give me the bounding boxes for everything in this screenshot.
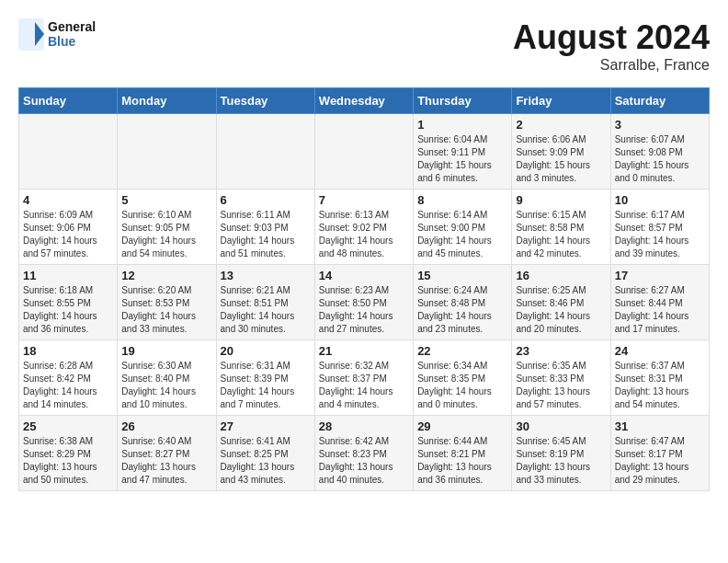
calendar-cell: 30Sunrise: 6:45 AM Sunset: 8:19 PM Dayli… [512,416,610,491]
day-info: Sunrise: 6:07 AM Sunset: 9:08 PM Dayligh… [615,133,705,185]
day-number: 21 [319,344,409,358]
day-number: 26 [121,419,211,433]
calendar-cell: 10Sunrise: 6:17 AM Sunset: 8:57 PM Dayli… [610,190,709,265]
day-number: 20 [221,344,311,358]
day-info: Sunrise: 6:34 AM Sunset: 8:35 PM Dayligh… [417,360,507,411]
day-number: 4 [23,193,113,207]
calendar-cell: 12Sunrise: 6:20 AM Sunset: 8:53 PM Dayli… [118,265,216,340]
col-wednesday: Wednesday [314,88,413,114]
day-number: 22 [417,344,507,358]
calendar-cell: 18Sunrise: 6:28 AM Sunset: 8:42 PM Dayli… [19,340,118,416]
calendar-week-row: 11Sunrise: 6:18 AM Sunset: 8:55 PM Dayli… [19,265,710,340]
col-tuesday: Tuesday [216,88,314,114]
header-row: Sunday Monday Tuesday Wednesday Thursday… [19,88,710,114]
day-info: Sunrise: 6:40 AM Sunset: 8:27 PM Dayligh… [121,435,211,487]
calendar-cell: 26Sunrise: 6:40 AM Sunset: 8:27 PM Dayli… [118,416,216,491]
day-number: 24 [615,344,705,358]
day-info: Sunrise: 6:30 AM Sunset: 8:40 PM Dayligh… [121,360,211,411]
day-info: Sunrise: 6:42 AM Sunset: 8:23 PM Dayligh… [319,435,409,487]
day-info: Sunrise: 6:31 AM Sunset: 8:39 PM Dayligh… [221,360,311,411]
day-info: Sunrise: 6:10 AM Sunset: 9:05 PM Dayligh… [121,209,211,260]
day-number: 14 [319,269,409,282]
calendar-cell: 14Sunrise: 6:23 AM Sunset: 8:50 PM Dayli… [314,265,413,340]
day-number: 29 [417,419,507,433]
calendar-cell [19,114,118,190]
calendar-header: Sunday Monday Tuesday Wednesday Thursday… [19,88,710,114]
calendar-cell [314,114,413,190]
day-number: 18 [23,344,113,358]
calendar-cell: 27Sunrise: 6:41 AM Sunset: 8:25 PM Dayli… [216,416,314,491]
col-monday: Monday [118,88,216,114]
day-info: Sunrise: 6:25 AM Sunset: 8:46 PM Dayligh… [516,284,606,336]
calendar-cell: 3Sunrise: 6:07 AM Sunset: 9:08 PM Daylig… [610,114,709,190]
col-thursday: Thursday [414,88,512,114]
calendar-cell: 21Sunrise: 6:32 AM Sunset: 8:37 PM Dayli… [314,340,413,416]
col-sunday: Sunday [19,88,118,114]
calendar-cell: 13Sunrise: 6:21 AM Sunset: 8:51 PM Dayli… [216,265,314,340]
day-info: Sunrise: 6:44 AM Sunset: 8:21 PM Dayligh… [417,435,507,487]
calendar-cell: 1Sunrise: 6:04 AM Sunset: 9:11 PM Daylig… [414,114,512,190]
day-info: Sunrise: 6:38 AM Sunset: 8:29 PM Dayligh… [23,435,113,487]
day-info: Sunrise: 6:32 AM Sunset: 8:37 PM Dayligh… [319,360,409,411]
calendar-cell: 11Sunrise: 6:18 AM Sunset: 8:55 PM Dayli… [19,265,118,340]
day-info: Sunrise: 6:27 AM Sunset: 8:44 PM Dayligh… [615,284,705,336]
day-number: 9 [516,193,606,207]
day-info: Sunrise: 6:09 AM Sunset: 9:06 PM Dayligh… [23,209,113,260]
calendar-cell: 28Sunrise: 6:42 AM Sunset: 8:23 PM Dayli… [314,416,413,491]
calendar-cell: 5Sunrise: 6:10 AM Sunset: 9:05 PM Daylig… [118,190,216,265]
calendar-cell: 19Sunrise: 6:30 AM Sunset: 8:40 PM Dayli… [118,340,216,416]
col-saturday: Saturday [610,88,709,114]
day-number: 6 [221,193,311,207]
calendar-body: 1Sunrise: 6:04 AM Sunset: 9:11 PM Daylig… [19,114,710,491]
calendar-cell: 25Sunrise: 6:38 AM Sunset: 8:29 PM Dayli… [19,416,118,491]
day-number: 25 [23,419,113,433]
day-number: 11 [23,269,113,282]
day-number: 12 [121,269,211,282]
day-number: 31 [615,419,705,433]
day-number: 3 [615,118,705,132]
calendar-cell: 4Sunrise: 6:09 AM Sunset: 9:06 PM Daylig… [19,190,118,265]
logo: General Blue [18,18,96,51]
day-number: 5 [121,193,211,207]
calendar-cell: 23Sunrise: 6:35 AM Sunset: 8:33 PM Dayli… [512,340,610,416]
day-info: Sunrise: 6:18 AM Sunset: 8:55 PM Dayligh… [23,284,113,336]
day-number: 28 [319,419,409,433]
calendar-cell: 8Sunrise: 6:14 AM Sunset: 9:00 PM Daylig… [414,190,512,265]
day-info: Sunrise: 6:41 AM Sunset: 8:25 PM Dayligh… [221,435,311,487]
day-number: 1 [417,118,507,132]
calendar-cell [118,114,216,190]
day-number: 19 [121,344,211,358]
day-info: Sunrise: 6:21 AM Sunset: 8:51 PM Dayligh… [221,284,311,336]
calendar-week-row: 4Sunrise: 6:09 AM Sunset: 9:06 PM Daylig… [19,190,710,265]
calendar-cell: 20Sunrise: 6:31 AM Sunset: 8:39 PM Dayli… [216,340,314,416]
calendar-cell: 2Sunrise: 6:06 AM Sunset: 9:09 PM Daylig… [512,114,610,190]
calendar-cell: 7Sunrise: 6:13 AM Sunset: 9:02 PM Daylig… [314,190,413,265]
day-info: Sunrise: 6:35 AM Sunset: 8:33 PM Dayligh… [516,360,606,411]
calendar-cell: 6Sunrise: 6:11 AM Sunset: 9:03 PM Daylig… [216,190,314,265]
calendar-cell: 17Sunrise: 6:27 AM Sunset: 8:44 PM Dayli… [610,265,709,340]
day-info: Sunrise: 6:23 AM Sunset: 8:50 PM Dayligh… [319,284,409,336]
day-number: 23 [516,344,606,358]
logo-general: General [48,20,96,34]
calendar-cell: 15Sunrise: 6:24 AM Sunset: 8:48 PM Dayli… [414,265,512,340]
calendar-cell: 9Sunrise: 6:15 AM Sunset: 8:58 PM Daylig… [512,190,610,265]
calendar-cell: 31Sunrise: 6:47 AM Sunset: 8:17 PM Dayli… [610,416,709,491]
day-info: Sunrise: 6:11 AM Sunset: 9:03 PM Dayligh… [221,209,311,260]
day-number: 13 [221,269,311,282]
day-info: Sunrise: 6:28 AM Sunset: 8:42 PM Dayligh… [23,360,113,411]
day-number: 27 [221,419,311,433]
title-block: August 2024 Sarralbe, France [513,18,710,74]
day-number: 30 [516,419,606,433]
day-info: Sunrise: 6:17 AM Sunset: 8:57 PM Dayligh… [615,209,705,260]
day-number: 8 [417,193,507,207]
location: Sarralbe, France [513,57,710,74]
day-info: Sunrise: 6:37 AM Sunset: 8:31 PM Dayligh… [615,360,705,411]
calendar-week-row: 18Sunrise: 6:28 AM Sunset: 8:42 PM Dayli… [19,340,710,416]
day-info: Sunrise: 6:15 AM Sunset: 8:58 PM Dayligh… [516,209,606,260]
page-header: General Blue August 2024 Sarralbe, Franc… [18,18,710,74]
calendar-table: Sunday Monday Tuesday Wednesday Thursday… [18,87,710,491]
calendar-cell: 29Sunrise: 6:44 AM Sunset: 8:21 PM Dayli… [414,416,512,491]
day-number: 16 [516,269,606,282]
day-number: 10 [615,193,705,207]
day-info: Sunrise: 6:04 AM Sunset: 9:11 PM Dayligh… [417,133,507,185]
